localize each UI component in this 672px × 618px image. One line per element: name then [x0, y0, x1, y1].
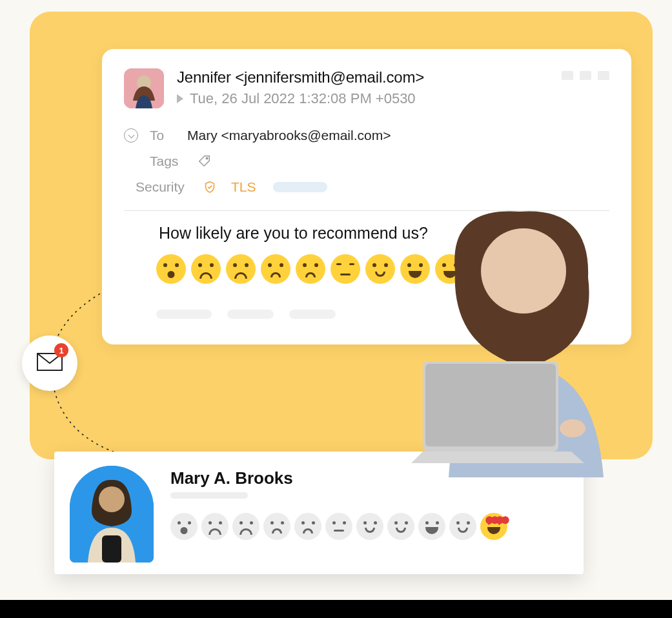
- security-value: TLS: [231, 179, 256, 195]
- response-rating-6[interactable]: [325, 513, 352, 540]
- skeleton-line: [156, 310, 212, 319]
- response-card: Mary A. Brooks: [54, 452, 584, 574]
- response-rating-5[interactable]: [294, 513, 321, 540]
- header-actions: [562, 71, 609, 80]
- rating-4[interactable]: [261, 254, 290, 284]
- svg-point-2: [206, 157, 208, 159]
- shield-icon: [203, 180, 217, 194]
- response-rating-7[interactable]: [356, 513, 383, 540]
- response-rating-9[interactable]: [418, 513, 445, 540]
- respondent-name: Mary A. Brooks: [170, 468, 565, 488]
- header-action-placeholder[interactable]: [562, 71, 573, 80]
- response-rating-2[interactable]: [201, 513, 229, 540]
- rating-5[interactable]: [296, 254, 325, 284]
- flag-icon: [177, 94, 183, 103]
- rating-scale: [124, 254, 609, 284]
- respondent-subtitle-placeholder: [170, 492, 248, 499]
- respondent-avatar: [70, 466, 154, 563]
- response-rating-10[interactable]: [449, 513, 476, 540]
- response-rating-3[interactable]: [232, 513, 260, 540]
- expand-meta-icon[interactable]: [124, 128, 138, 143]
- rating-6[interactable]: [331, 254, 360, 284]
- mail-notification-badge[interactable]: 1: [22, 335, 77, 391]
- sender-avatar[interactable]: [124, 68, 164, 108]
- rating-9[interactable]: [435, 254, 465, 284]
- security-label: Security: [136, 179, 191, 195]
- to-label: To: [150, 128, 176, 143]
- footer-strip: [0, 600, 672, 618]
- svg-point-6: [99, 486, 125, 512]
- from-line: Jennifer <jennifersmith@email.com>: [177, 68, 609, 86]
- rating-10[interactable]: [470, 254, 500, 284]
- tag-icon[interactable]: [198, 154, 212, 168]
- response-rating-11-selected[interactable]: [480, 513, 507, 540]
- body-skeleton: [124, 310, 609, 319]
- survey-question: How likely are you to recommend us?: [124, 224, 609, 243]
- notification-count: 1: [54, 343, 68, 357]
- svg-rect-7: [102, 535, 121, 563]
- response-rating-scale: [170, 513, 565, 540]
- divider: [124, 210, 609, 211]
- skeleton-line: [289, 310, 336, 319]
- rating-7[interactable]: [365, 254, 395, 284]
- email-meta: To Mary <maryabrooks@email.com> Tags Sec…: [124, 123, 609, 200]
- rating-11-heart-eyes[interactable]: [505, 254, 535, 284]
- email-header: Jennifer <jennifersmith@email.com> Tue, …: [124, 68, 609, 108]
- rating-1[interactable]: [156, 254, 186, 284]
- response-rating-8[interactable]: [387, 513, 414, 540]
- security-detail-placeholder: [273, 182, 327, 192]
- email-date: Tue, 26 Jul 2022 1:32:08 PM +0530: [190, 90, 416, 107]
- skeleton-line: [227, 310, 274, 319]
- response-rating-1[interactable]: [170, 513, 198, 540]
- date-line: Tue, 26 Jul 2022 1:32:08 PM +0530: [177, 90, 609, 107]
- rating-2[interactable]: [191, 254, 221, 284]
- header-action-placeholder[interactable]: [598, 71, 609, 80]
- to-value: Mary <maryabrooks@email.com>: [187, 128, 391, 143]
- email-card: Jennifer <jennifersmith@email.com> Tue, …: [102, 49, 631, 344]
- header-action-placeholder[interactable]: [580, 71, 591, 80]
- tags-label: Tags: [150, 154, 186, 169]
- response-rating-4[interactable]: [263, 513, 290, 540]
- rating-8[interactable]: [400, 254, 430, 284]
- rating-3[interactable]: [226, 254, 256, 284]
